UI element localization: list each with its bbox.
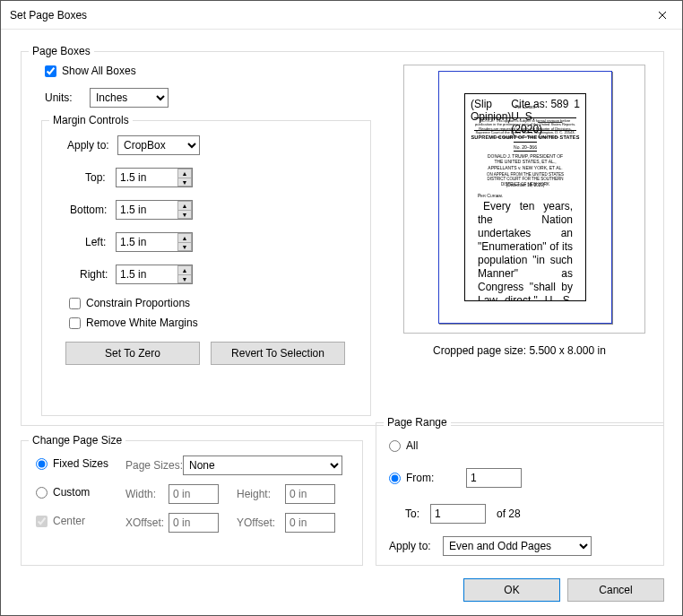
height-label: Height: <box>237 488 271 500</box>
checkbox-remove-white-input[interactable] <box>69 317 81 329</box>
doc-sep1 <box>514 142 537 143</box>
radio-all-label: All <box>406 439 418 452</box>
xoffset-input <box>169 513 219 533</box>
group-margin-controls-title: Margin Controls <box>49 114 133 126</box>
cancel-button[interactable]: Cancel <box>567 578 664 602</box>
group-page-boxes-title: Page Boxes <box>29 45 94 57</box>
radio-from[interactable]: From: <box>389 472 434 484</box>
width-label: Width: <box>125 488 156 500</box>
preview-panel: (Slip Opinion) Cite as: 589 U. S. ____ (… <box>403 65 645 334</box>
margin-bottom-spin-up[interactable]: ▲ <box>177 201 192 210</box>
doc-sep2 <box>514 151 537 152</box>
from-input[interactable] <box>466 468 522 488</box>
radio-all[interactable]: All <box>389 439 418 452</box>
checkbox-center-label: Center <box>53 515 85 527</box>
margin-left-label: Left: <box>85 236 106 248</box>
range-apply-to-label: Apply to: <box>389 540 431 552</box>
doc-caseno: No. 20–366 <box>465 144 585 150</box>
margin-bottom-label: Bottom: <box>70 204 107 216</box>
doc-topline <box>474 130 576 131</box>
yoffset-input <box>285 513 335 533</box>
page-sizes-select[interactable]: None <box>183 455 342 475</box>
doc-body: Every ten years, the Nation undertakes a… <box>478 200 573 301</box>
xoffset-label: XOffset: <box>125 516 164 529</box>
close-icon <box>658 11 667 20</box>
checkbox-constrain[interactable]: Constrain Proportions <box>69 297 190 309</box>
doc-parties: DONALD J. TRUMP, PRESIDENT OF THE UNITED… <box>483 153 567 170</box>
checkbox-remove-white[interactable]: Remove White Margins <box>69 317 198 329</box>
radio-fixed-sizes-input[interactable] <box>36 458 48 470</box>
units-label: Units: <box>45 91 73 104</box>
preview-caption: Cropped page size: 5.500 x 8.000 in <box>433 344 606 357</box>
radio-custom[interactable]: Custom <box>36 486 90 499</box>
doc-court: SUPREME COURT OF THE UNITED STATES <box>465 134 585 140</box>
margin-top-label: Top: <box>85 171 106 184</box>
group-page-range: Page Range All From: To: of 28 Apply to:… <box>376 422 664 566</box>
radio-custom-input[interactable] <box>36 487 48 499</box>
radio-all-input[interactable] <box>389 440 401 452</box>
radio-from-input[interactable] <box>389 473 401 484</box>
checkbox-show-all-boxes-input[interactable] <box>45 65 56 77</box>
close-button[interactable] <box>642 1 682 30</box>
width-input <box>169 484 219 504</box>
range-apply-to-select[interactable]: Even and Odd Pages <box>443 536 592 556</box>
to-label: To: <box>405 508 419 520</box>
margin-top-spin-down[interactable]: ▼ <box>177 178 192 187</box>
group-page-range-title: Page Range <box>384 416 451 429</box>
group-page-boxes: Page Boxes Show All Boxes Units: Inches … <box>21 51 664 426</box>
apply-to-label: Apply to: <box>67 139 109 152</box>
checkbox-show-all-boxes-label: Show All Boxes <box>62 65 136 77</box>
radio-from-label: From: <box>406 472 434 484</box>
checkbox-show-all-boxes[interactable]: Show All Boxes <box>45 65 136 77</box>
client-area: Page Boxes Show All Boxes Units: Inches … <box>1 30 682 615</box>
doc-para1: Every ten years, the Nation undertakes a… <box>478 200 573 301</box>
preview-page-outline: (Slip Opinion) Cite as: 589 U. S. ____ (… <box>438 71 612 324</box>
radio-fixed-sizes[interactable]: Fixed Sizes <box>36 457 108 470</box>
doc-date: [December 18, 2020] <box>465 183 585 187</box>
dialog-set-page-boxes: Set Page Boxes Page Boxes Show All Boxes… <box>0 0 683 616</box>
checkbox-remove-white-label: Remove White Margins <box>86 317 198 329</box>
doc-per-curiam-small: Per Curiam <box>465 105 585 109</box>
set-to-zero-button[interactable]: Set To Zero <box>65 342 200 365</box>
margin-top-spin-up[interactable]: ▲ <box>177 169 192 178</box>
margin-right-spin-up[interactable]: ▲ <box>177 265 192 274</box>
window-title: Set Page Boxes <box>10 9 87 22</box>
group-change-page-size-title: Change Page Size <box>29 434 125 447</box>
checkbox-constrain-label: Constrain Proportions <box>86 297 190 309</box>
margin-right-spin-down[interactable]: ▼ <box>177 274 192 283</box>
ok-button[interactable]: OK <box>463 578 560 602</box>
margin-bottom-spin-down[interactable]: ▼ <box>177 210 192 219</box>
group-change-page-size: Change Page Size Fixed Sizes Page Sizes:… <box>21 440 363 566</box>
checkbox-constrain-input[interactable] <box>69 298 81 309</box>
radio-fixed-sizes-label: Fixed Sizes <box>53 457 108 470</box>
height-input <box>285 484 335 504</box>
radio-custom-label: Custom <box>53 486 90 499</box>
apply-to-select[interactable]: CropBox <box>117 135 200 155</box>
group-margin-controls: Margin Controls Apply to: CropBox Top: ▲… <box>41 120 371 416</box>
units-select[interactable]: Inches <box>90 88 169 108</box>
page-sizes-label: Page Sizes: <box>125 459 183 472</box>
doc-per-curiam: Per Curiam. <box>478 193 503 198</box>
yoffset-label: YOffset: <box>237 516 275 529</box>
preview-document: (Slip Opinion) Cite as: 589 U. S. ____ (… <box>464 93 586 301</box>
to-input[interactable] <box>430 504 486 524</box>
of-total-label: of 28 <box>497 508 521 520</box>
margin-left-spin-down[interactable]: ▼ <box>177 242 192 251</box>
revert-to-selection-button[interactable]: Revert To Selection <box>211 342 345 365</box>
margin-right-label: Right: <box>80 268 108 281</box>
titlebar: Set Page Boxes <box>1 1 682 30</box>
margin-left-spin-up[interactable]: ▲ <box>177 233 192 242</box>
checkbox-center: Center <box>36 515 85 527</box>
checkbox-center-input <box>36 516 48 527</box>
